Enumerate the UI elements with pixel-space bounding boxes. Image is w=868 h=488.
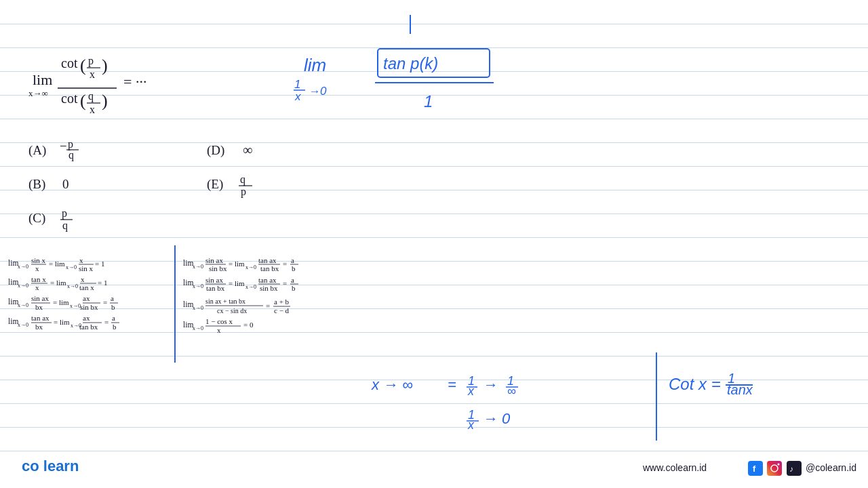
svg-text:tan bx: tan bx: [79, 323, 98, 331]
main-canvas: lim x→∞ cot ( p x ) cot ( q x ) = ··· (A…: [0, 0, 868, 488]
svg-text:p: p: [62, 207, 67, 220]
svg-rect-37: [378, 49, 490, 77]
svg-text:= 1: = 1: [98, 279, 107, 287]
svg-text:(: (: [80, 56, 86, 75]
svg-text:q: q: [88, 90, 94, 102]
svg-text:sin bx: sin bx: [209, 264, 227, 272]
svg-text:sin ax: sin ax: [31, 294, 49, 302]
svg-text:1 − cos x: 1 − cos x: [205, 317, 233, 325]
svg-text:= 0: = 0: [243, 321, 254, 329]
svg-text:tan ax: tan ax: [31, 314, 50, 322]
svg-text:q: q: [62, 220, 68, 232]
svg-text:b: b: [111, 303, 115, 311]
svg-text:x: x: [90, 104, 95, 115]
svg-text:= lim: = lim: [50, 279, 66, 287]
svg-text:a + b: a + b: [274, 298, 290, 306]
svg-text:x→0: x→0: [18, 302, 28, 308]
svg-text:tan p(k): tan p(k): [383, 54, 438, 73]
svg-text:f: f: [753, 464, 756, 474]
svg-text:(: (: [80, 91, 86, 110]
svg-text:lim: lim: [8, 278, 18, 286]
svg-text:cot: cot: [61, 91, 78, 106]
svg-text:−: −: [60, 139, 67, 153]
lim-text: lim: [33, 71, 52, 88]
svg-text:sin x: sin x: [79, 264, 94, 272]
footer-url: www.colearn.id: [642, 462, 707, 473]
svg-text:1: 1: [728, 371, 735, 386]
svg-text:=: =: [103, 298, 107, 306]
svg-text:x: x: [35, 283, 39, 291]
svg-text:x: x: [81, 275, 85, 283]
svg-text:a: a: [112, 314, 115, 322]
social-handle: @colearn.id: [806, 462, 856, 473]
svg-text:→ 0: → 0: [483, 410, 511, 427]
svg-text:sin bx: sin bx: [80, 303, 98, 311]
svg-text:ax: ax: [83, 294, 90, 302]
svg-text:= lim: = lim: [229, 279, 245, 287]
svg-text:x→0: x→0: [193, 305, 203, 311]
svg-text:x→0: x→0: [18, 264, 28, 270]
svg-point-157: [778, 464, 780, 466]
svg-text:lim: lim: [8, 298, 18, 306]
svg-text:b: b: [292, 284, 296, 292]
svg-text:): ): [102, 91, 108, 110]
svg-text:sin ax: sin ax: [205, 256, 223, 264]
svg-text:c − d: c − d: [274, 306, 290, 314]
svg-text:1: 1: [294, 78, 300, 91]
svg-text:∞: ∞: [243, 142, 252, 157]
svg-text:x→0: x→0: [67, 283, 78, 289]
svg-text:a: a: [111, 294, 114, 302]
svg-text:lim: lim: [183, 321, 193, 329]
svg-text:cot: cot: [61, 56, 78, 70]
svg-text:lim: lim: [183, 300, 193, 308]
svg-text:=: =: [448, 376, 456, 393]
svg-text:bx: bx: [35, 303, 43, 311]
svg-text:x: x: [467, 384, 475, 398]
svg-text:= lim: = lim: [229, 260, 245, 268]
svg-text:a: a: [291, 256, 294, 264]
svg-text:(D): (D): [207, 143, 224, 158]
svg-text:=: =: [104, 318, 108, 326]
svg-text:x→0: x→0: [18, 322, 28, 328]
svg-text:lim: lim: [8, 317, 18, 325]
svg-text:x → ∞: x → ∞: [371, 376, 413, 393]
svg-text:1: 1: [468, 374, 475, 388]
svg-text:tan bx: tan bx: [260, 264, 279, 272]
svg-text:→0: →0: [309, 85, 327, 98]
svg-point-156: [771, 465, 778, 472]
svg-text:= lim: = lim: [49, 260, 65, 268]
svg-text:→: →: [483, 376, 498, 393]
svg-text:x→0: x→0: [66, 264, 77, 270]
svg-text:x: x: [90, 68, 95, 80]
svg-text:x: x: [217, 326, 221, 334]
svg-rect-153: [748, 461, 763, 476]
svg-text:x: x: [294, 90, 301, 103]
svg-text:q: q: [240, 174, 245, 186]
svg-text:tan bx: tan bx: [206, 284, 225, 292]
svg-text:=: =: [283, 279, 287, 287]
svg-text:(C): (C): [28, 211, 45, 226]
svg-text:=: =: [266, 302, 270, 310]
svg-rect-155: [767, 461, 782, 476]
svg-text:cx − sin dx: cx − sin dx: [217, 307, 247, 314]
svg-text:tan ax: tan ax: [258, 276, 277, 284]
svg-text:lim: lim: [8, 259, 18, 267]
svg-text:sin ax: sin ax: [205, 276, 223, 284]
svg-text:p: p: [68, 138, 73, 150]
svg-text:= ···: = ···: [123, 73, 146, 90]
svg-text:sin x: sin x: [31, 256, 46, 264]
svg-text:): ): [102, 56, 108, 75]
svg-text:x: x: [79, 256, 83, 264]
svg-text:lim: lim: [304, 55, 326, 75]
footer-logo: co learn: [22, 458, 79, 474]
svg-text:= 1: = 1: [95, 260, 104, 268]
svg-text:x→0: x→0: [245, 264, 256, 270]
svg-text:b: b: [113, 323, 117, 331]
svg-text:bx: bx: [35, 323, 43, 331]
svg-text:lim: lim: [183, 279, 193, 287]
svg-text:tan x: tan x: [31, 275, 46, 283]
svg-text:lim: lim: [183, 259, 193, 267]
svg-text:sin bx: sin bx: [260, 284, 278, 292]
svg-text:p: p: [88, 55, 94, 67]
svg-text:= lim: = lim: [53, 298, 69, 306]
